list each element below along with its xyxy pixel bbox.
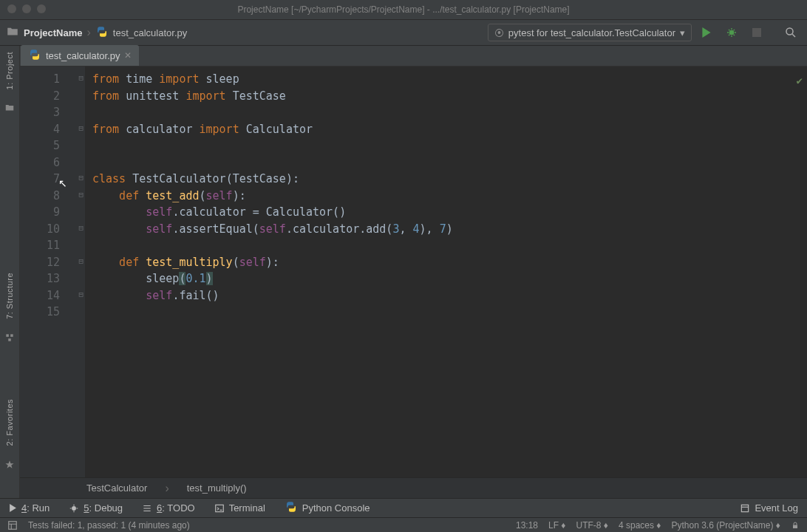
line-number[interactable]: 2	[20, 88, 81, 105]
breadcrumb-sep-icon: ›	[86, 26, 90, 39]
tool-favorites[interactable]: 2: Favorites	[5, 399, 14, 446]
gutter[interactable]: 1 2 3 4 5 6 7 8 9 10 11 12 13 14 15 ⊟ ⊟ …	[20, 66, 85, 477]
line-number[interactable]: 9	[20, 204, 81, 221]
tool-run[interactable]: 44: Run: Run	[9, 502, 50, 514]
breadcrumb-project[interactable]: ProjectName	[24, 27, 82, 38]
project-files-icon[interactable]	[4, 103, 15, 113]
fold-icon[interactable]: ⊟	[78, 223, 84, 233]
structure-icon[interactable]	[4, 332, 15, 343]
pytest-icon: ⦿	[494, 27, 504, 38]
fold-column[interactable]: ⊟ ⊟ ⊟ ⊟ ⊟ ⊟ ⊟	[76, 66, 85, 477]
folder-icon	[6, 25, 19, 41]
line-number[interactable]: 14	[20, 287, 81, 304]
line-number[interactable]: 7	[20, 171, 81, 188]
close-window-icon[interactable]	[7, 4, 16, 13]
tool-terminal[interactable]: Terminal	[214, 502, 265, 514]
breadcrumb-sep-icon: ›	[165, 482, 168, 495]
window-controls[interactable]	[7, 4, 46, 13]
run-button[interactable]	[696, 22, 717, 43]
debug-button[interactable]	[721, 22, 742, 43]
navigation-bar: ProjectName › test_calculator.py ⦿ pytes…	[0, 19, 807, 46]
line-separator[interactable]: LF ♦	[548, 520, 565, 531]
fold-icon[interactable]: ⊟	[78, 73, 84, 83]
line-number[interactable]: 4	[20, 121, 81, 138]
code-editor[interactable]: 1 2 3 4 5 6 7 8 9 10 11 12 13 14 15 ⊟ ⊟ …	[20, 66, 807, 477]
svg-rect-11	[793, 525, 797, 528]
line-number[interactable]: 5	[20, 137, 81, 154]
tab-label: test_calculator.py	[46, 50, 120, 61]
tool-project[interactable]: 1: Project	[5, 52, 14, 89]
svg-rect-4	[6, 335, 9, 338]
python-file-icon	[28, 48, 41, 64]
python-file-icon	[95, 25, 109, 41]
line-number[interactable]: 6	[20, 154, 81, 171]
breadcrumb[interactable]: ProjectName › test_calculator.py	[6, 25, 187, 41]
breadcrumb-file[interactable]: test_calculator.py	[113, 27, 187, 38]
tool-structure[interactable]: 7: Structure	[5, 273, 14, 319]
minimize-window-icon[interactable]	[22, 4, 31, 13]
stop-button	[746, 22, 767, 43]
tool-todo[interactable]: 6: TODO	[142, 502, 195, 514]
line-number[interactable]: 12	[20, 254, 81, 271]
fold-icon[interactable]: ⊟	[78, 190, 84, 200]
status-message: Tests failed: 1, passed: 1 (4 minutes ag…	[28, 520, 190, 531]
line-number[interactable]: 13	[20, 270, 81, 287]
line-number[interactable]: 3	[20, 104, 81, 121]
crumb-class[interactable]: TestCalculator	[86, 482, 147, 494]
chevron-down-icon: ▾	[680, 27, 685, 38]
left-tool-strip: 1: Project 7: Structure 2: Favorites	[0, 46, 20, 498]
caret-position[interactable]: 13:18	[516, 520, 538, 531]
tool-python-console[interactable]: Python Console	[285, 500, 370, 516]
fold-icon[interactable]: ⊟	[78, 256, 84, 266]
svg-rect-9	[742, 505, 749, 511]
tool-debug[interactable]: 5: Debug	[69, 502, 123, 514]
tool-event-log[interactable]: Event Log	[740, 502, 798, 514]
line-number[interactable]: 1	[20, 71, 81, 88]
run-config-label: pytest for test_calculator.TestCalculato…	[508, 27, 675, 38]
svg-point-3	[786, 28, 793, 35]
close-icon[interactable]: ✕	[124, 50, 132, 61]
line-number[interactable]: 8	[20, 188, 81, 205]
svg-rect-8	[215, 505, 223, 511]
svg-rect-10	[9, 521, 17, 529]
python-icon	[285, 500, 298, 516]
line-number[interactable]: 15	[20, 304, 81, 321]
editor-breadcrumb[interactable]: TestCalculator › test_multiply()	[20, 477, 807, 498]
interpreter[interactable]: Python 3.6 (ProjectName) ♦	[671, 520, 780, 531]
fold-icon[interactable]: ⊟	[78, 173, 84, 183]
tab-test-calculator[interactable]: test_calculator.py ✕	[21, 45, 139, 66]
bottom-toolbar: 44: Run: Run 5: Debug 6: TODO Terminal P…	[0, 498, 807, 517]
window-title: ProjectName [~/PycharmProjects/ProjectNa…	[237, 4, 569, 15]
status-bar: Tests failed: 1, passed: 1 (4 minutes ag…	[0, 517, 807, 532]
indent-config[interactable]: 4 spaces ♦	[619, 520, 661, 531]
lock-icon[interactable]	[791, 521, 800, 530]
inspection-ok-icon[interactable]: ✔	[797, 72, 803, 89]
search-button[interactable]	[780, 22, 801, 43]
tool-windows-icon[interactable]	[7, 520, 18, 531]
file-encoding[interactable]: UTF-8 ♦	[576, 520, 608, 531]
run-config-selector[interactable]: ⦿ pytest for test_calculator.TestCalcula…	[488, 24, 692, 41]
editor-tabs: test_calculator.py ✕	[0, 46, 807, 66]
zoom-window-icon[interactable]	[37, 4, 46, 13]
svg-rect-5	[10, 335, 13, 338]
svg-point-1	[729, 30, 735, 35]
line-number[interactable]: 11	[20, 237, 81, 254]
line-number[interactable]: 10	[20, 221, 81, 238]
fold-icon[interactable]: ⊟	[78, 290, 84, 299]
svg-point-7	[72, 506, 76, 511]
crumb-method[interactable]: test_multiply()	[187, 482, 247, 494]
svg-rect-6	[8, 338, 11, 341]
code-area[interactable]: ✔ from time import sleep from unittest i…	[85, 66, 807, 477]
star-icon[interactable]	[4, 460, 15, 470]
fold-icon[interactable]: ⊟	[78, 123, 84, 133]
svg-rect-2	[752, 28, 761, 37]
titlebar: ProjectName [~/PycharmProjects/ProjectNa…	[0, 0, 807, 19]
